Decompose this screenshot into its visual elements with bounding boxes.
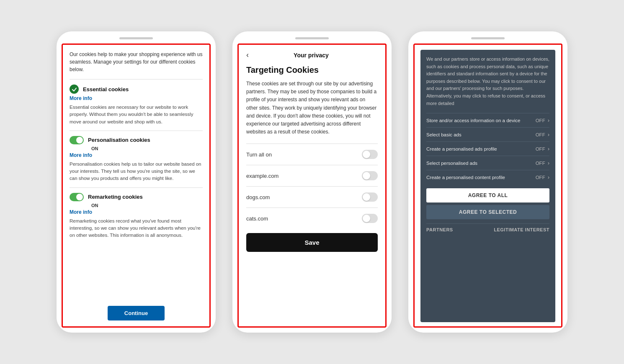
agree-to-selected-button[interactable]: AGREE TO SELECTED [426, 205, 549, 219]
partners-row: PARTNERS LEGITIMATE INTEREST [426, 223, 549, 232]
personalisation-desc: Personalisation cookies help us to tailo… [70, 161, 203, 182]
pref-row-personalised-ads[interactable]: Select personalised ads OFF › [426, 156, 549, 170]
phone2-content: ‹ Your privacy Targeting Cookies These c… [239, 45, 385, 326]
personalisation-toggle[interactable] [70, 136, 84, 144]
page-title: Your privacy [253, 52, 369, 59]
back-arrow-icon[interactable]: ‹ [246, 51, 249, 59]
chevron-right-icon-5: › [548, 174, 549, 180]
phone1-content: Our cookies help to make your shopping e… [63, 45, 209, 302]
chevron-right-icon: › [548, 117, 549, 123]
phone-notch [119, 37, 153, 39]
personalisation-title: Personalisation cookies [88, 137, 150, 143]
save-button[interactable]: Save [246, 233, 378, 252]
essential-section: Essential cookies More info Essential co… [70, 79, 203, 131]
phone-notch-3 [471, 37, 505, 39]
pref-row-store[interactable]: Store and/or access information on a dev… [426, 113, 549, 127]
pref-row-content-profile[interactable]: Create a personalised content profile OF… [426, 170, 549, 184]
remarketing-header: Remarketing cookies [70, 193, 203, 201]
agree-to-all-button[interactable]: AGREE TO ALL [426, 188, 549, 203]
check-icon [70, 85, 79, 94]
example-com-toggle[interactable] [362, 171, 378, 180]
remarketing-more-info[interactable]: More info [70, 209, 203, 215]
personalisation-section: Personalisation cookies ON More info Per… [70, 131, 203, 187]
legitimate-interest-label[interactable]: LEGITIMATE INTEREST [494, 227, 549, 232]
pref-content-profile-label: Create a personalised content profile [426, 175, 536, 180]
remarketing-section: Remarketing cookies ON More info Remarke… [70, 187, 203, 244]
phone-notch-2 [295, 37, 329, 39]
cats-com-label: cats.com [246, 215, 268, 222]
personalisation-header: Personalisation cookies [70, 136, 203, 144]
cats-com-toggle[interactable] [362, 214, 378, 223]
phone1-bottom: Continue [63, 302, 209, 326]
pref-personalised-ads-label: Select personalised ads [426, 161, 536, 166]
pref-personalised-ads-status: OFF [536, 161, 545, 166]
phone1-panel: Our cookies help to make your shopping e… [62, 44, 211, 328]
pref-content-profile-status: OFF [536, 175, 545, 180]
phone-1: Our cookies help to make your shopping e… [57, 31, 216, 333]
cats-com-row: cats.com [246, 208, 378, 229]
remarketing-title: Remarketing cookies [88, 194, 143, 200]
example-com-row: example.com [246, 165, 378, 186]
turn-all-on-toggle[interactable] [362, 150, 378, 159]
phone3-content: We and our partners store or access info… [415, 45, 561, 326]
pref-store-label: Store and/or access information on a dev… [426, 118, 536, 123]
partners-label[interactable]: PARTNERS [426, 227, 453, 232]
essential-desc: Essential cookies are necessary for our … [70, 104, 203, 126]
pref-row-personalised-profile[interactable]: Create a personalised ads profile OFF › [426, 141, 549, 156]
personalisation-on-label: ON [91, 146, 203, 151]
back-header: ‹ Your privacy [246, 51, 378, 59]
pref-row-basic-ads[interactable]: Select basic ads OFF › [426, 127, 549, 141]
essential-more-info[interactable]: More info [70, 95, 203, 101]
targeting-title: Targeting Cookies [246, 65, 378, 75]
pref-basic-ads-label: Select basic ads [426, 132, 536, 137]
essential-title: Essential cookies [83, 86, 129, 92]
targeting-desc: These cookies are set through our site b… [246, 80, 378, 136]
dogs-com-row: dogs.com [246, 186, 378, 208]
dogs-com-label: dogs.com [246, 194, 270, 200]
remarketing-desc: Remarketing cookies record what you've f… [70, 218, 203, 239]
essential-header: Essential cookies [70, 85, 203, 94]
phone-2: ‹ Your privacy Targeting Cookies These c… [232, 31, 392, 333]
pref-personalised-profile-status: OFF [536, 146, 545, 151]
continue-button[interactable]: Continue [108, 306, 165, 320]
example-com-label: example.com [246, 173, 278, 179]
dogs-com-toggle[interactable] [362, 192, 378, 202]
remarketing-on-label: ON [91, 203, 203, 208]
chevron-right-icon-2: › [548, 131, 549, 138]
chevron-right-icon-4: › [548, 160, 549, 166]
turn-all-on-row: Turn all on [246, 144, 378, 165]
pref-personalised-profile-label: Create a personalised ads profile [426, 146, 536, 151]
phone3-inner: We and our partners store or access info… [420, 50, 555, 322]
remarketing-toggle[interactable] [70, 193, 84, 201]
phone-3: We and our partners store or access info… [408, 31, 567, 333]
partner-intro: We and our partners store or access info… [426, 56, 549, 107]
intro-text: Our cookies help to make your shopping e… [70, 51, 203, 73]
chevron-right-icon-3: › [548, 146, 549, 152]
turn-all-on-label: Turn all on [246, 151, 272, 158]
pref-basic-ads-status: OFF [536, 132, 545, 137]
phone3-panel: We and our partners store or access info… [413, 44, 562, 328]
pref-store-status: OFF [536, 118, 545, 123]
phone2-panel: ‹ Your privacy Targeting Cookies These c… [237, 44, 387, 328]
personalisation-more-info[interactable]: More info [70, 152, 203, 158]
